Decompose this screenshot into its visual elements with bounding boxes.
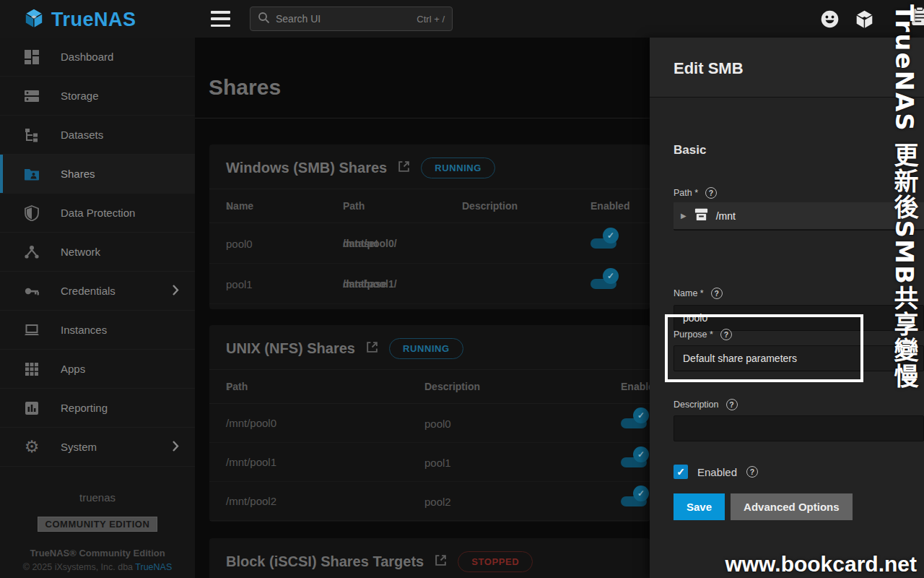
gear-icon: ⚙ — [23, 439, 40, 456]
sidebar-item-datasets[interactable]: Datasets — [0, 116, 195, 155]
truenas-screen: TrueNAS Ctrl + / — [0, 0, 924, 578]
save-button[interactable]: Save — [674, 493, 725, 520]
sidebar-item-network[interactable]: Network — [0, 233, 195, 272]
external-link-icon[interactable] — [365, 340, 379, 357]
purpose-field-label: Purpose *? — [674, 329, 732, 340]
enabled-label: Enabled — [697, 466, 737, 478]
smb-col-description[interactable]: Description — [462, 200, 518, 212]
tree-expand-icon[interactable]: ▶ — [681, 212, 687, 220]
tree-node-label: /mnt — [716, 210, 736, 222]
smb-card-title: Windows (SMB) Shares — [226, 160, 387, 176]
help-icon[interactable]: ? — [726, 399, 738, 410]
help-icon[interactable]: ? — [711, 288, 723, 299]
sidebar-item-system[interactable]: ⚙ System — [0, 428, 195, 467]
truenas-status-icon[interactable] — [854, 9, 875, 33]
truenas-link[interactable]: TrueNAS — [135, 562, 172, 572]
sidebar: Dashboard Storage Datasets Shares Data P — [0, 38, 195, 578]
footer-product: TrueNAS® Community Edition — [0, 548, 195, 558]
footer-copyright: © 2025 iXsystems, Inc. dba TrueNAS — [0, 562, 195, 572]
edit-smb-panel: Edit SMB Basic Path *? ▶ /mnt Name *? Pu… — [650, 38, 924, 578]
smb-name: pool1 — [226, 277, 253, 290]
laptop-icon — [23, 322, 40, 339]
external-link-icon[interactable] — [397, 160, 411, 176]
tree-node-mnt[interactable]: ▶ /mnt — [674, 202, 924, 229]
nfs-col-enabled[interactable]: Enabled — [621, 381, 650, 392]
smb-row-pool0[interactable]: pool0 /mnt/pool0/dataset ✓ — [209, 223, 650, 264]
shield-icon — [23, 204, 40, 222]
smb-name: pool0 — [226, 237, 253, 249]
sidebar-item-storage[interactable]: Storage — [0, 77, 195, 116]
search-icon — [258, 12, 270, 27]
chevron-right-icon — [172, 440, 179, 455]
sidebar-label: Network — [61, 246, 100, 258]
sidebar-item-shares[interactable]: Shares — [0, 155, 195, 194]
search-input[interactable] — [276, 13, 411, 25]
sidebar-label: Reporting — [61, 402, 108, 414]
enabled-checkbox[interactable]: ✓ — [674, 465, 688, 479]
hostname: truenas — [0, 491, 195, 504]
advanced-options-button[interactable]: Advanced Options — [731, 493, 853, 520]
sort-arrow-icon: ↓ — [226, 200, 231, 212]
nfs-col-description[interactable]: Description — [424, 381, 480, 392]
purpose-selected-value: Default share parameters — [683, 353, 797, 364]
description-input[interactable] — [674, 415, 924, 441]
enabled-toggle[interactable]: ✓ — [590, 279, 616, 289]
sidebar-item-reporting[interactable]: Reporting — [0, 389, 195, 428]
smb-col-enabled[interactable]: Enabled — [590, 200, 629, 212]
name-input[interactable] — [674, 305, 924, 331]
help-icon[interactable]: ? — [746, 466, 758, 478]
sidebar-label: Instances — [61, 324, 107, 336]
iscsi-card: Block (iSCSI) Shares Targets STOPPED — [209, 538, 650, 578]
sort-arrow-icon: ↓ — [226, 381, 231, 392]
sidebar-label: Data Protection — [61, 207, 135, 219]
sidebar-label: Storage — [61, 90, 99, 102]
sidebar-item-data-protection[interactable]: Data Protection — [0, 194, 195, 233]
datasets-icon — [23, 126, 40, 144]
sidebar-label: Shares — [61, 168, 95, 180]
topbar: TrueNAS Ctrl + / — [0, 0, 924, 38]
enabled-toggle[interactable]: ✓ — [621, 496, 647, 506]
nfs-path: /mnt/pool2 — [226, 491, 276, 510]
sidebar-label: Dashboard — [61, 51, 113, 63]
nfs-row-pool2[interactable]: /mnt/pool2 pool2 ✓ — [209, 482, 650, 521]
nfs-path: /mnt/pool1 — [226, 452, 276, 471]
section-basic: Basic — [674, 143, 706, 158]
nfs-path: /mnt/pool0 — [226, 413, 276, 432]
sidebar-item-credentials[interactable]: Credentials — [0, 272, 195, 311]
smb-col-path[interactable]: Path — [343, 200, 365, 212]
enabled-toggle[interactable]: ✓ — [590, 238, 616, 249]
purpose-select[interactable]: Default share parameters — [674, 345, 924, 371]
nfs-row-pool0[interactable]: /mnt/pool0 pool0 ✓ — [209, 404, 650, 443]
feedback-smiley-icon[interactable] — [820, 9, 840, 32]
search-box[interactable]: Ctrl + / — [250, 7, 453, 31]
edition-badge: COMMUNITY EDITION — [38, 517, 158, 532]
shares-page: Shares Windows (SMB) Shares RUNNING Name… — [195, 38, 650, 578]
nfs-row-pool1[interactable]: /mnt/pool1 pool1 ✓ — [209, 443, 650, 482]
truenas-logo[interactable]: TrueNAS — [23, 7, 136, 32]
nfs-description: pool0 — [424, 417, 451, 429]
enabled-toggle[interactable]: ✓ — [621, 418, 647, 428]
external-link-icon[interactable] — [434, 553, 448, 570]
nfs-status-badge: RUNNING — [389, 338, 463, 359]
help-icon[interactable]: ? — [705, 187, 717, 199]
help-icon[interactable]: ? — [720, 329, 732, 340]
nfs-description: pool1 — [424, 456, 451, 468]
sidebar-item-instances[interactable]: Instances — [0, 311, 195, 350]
menu-toggle-icon[interactable] — [211, 11, 230, 27]
nfs-description: pool2 — [424, 495, 451, 507]
logo-text: TrueNAS — [51, 9, 136, 31]
sidebar-item-apps[interactable]: Apps — [0, 350, 195, 389]
smb-card: Windows (SMB) Shares RUNNING Name ↓ Path… — [209, 144, 650, 309]
apps-grid-icon — [23, 361, 40, 378]
search-shortcut: Ctrl + / — [417, 14, 445, 25]
enabled-toggle[interactable]: ✓ — [621, 457, 647, 467]
sidebar-label: System — [61, 441, 97, 453]
smb-row-pool1[interactable]: pool1 /mnt/pool1/database ✓ — [209, 264, 650, 304]
nfs-card: UNIX (NFS) Shares RUNNING Path ↓ Descrip… — [209, 325, 650, 522]
sidebar-item-dashboard[interactable]: Dashboard — [0, 38, 195, 77]
dashboard-icon — [23, 48, 40, 66]
path-field-label: Path *? — [674, 187, 717, 199]
storage-icon — [23, 87, 40, 105]
jobs-clipboard-icon[interactable] — [910, 6, 924, 30]
chevron-right-icon — [172, 284, 179, 299]
